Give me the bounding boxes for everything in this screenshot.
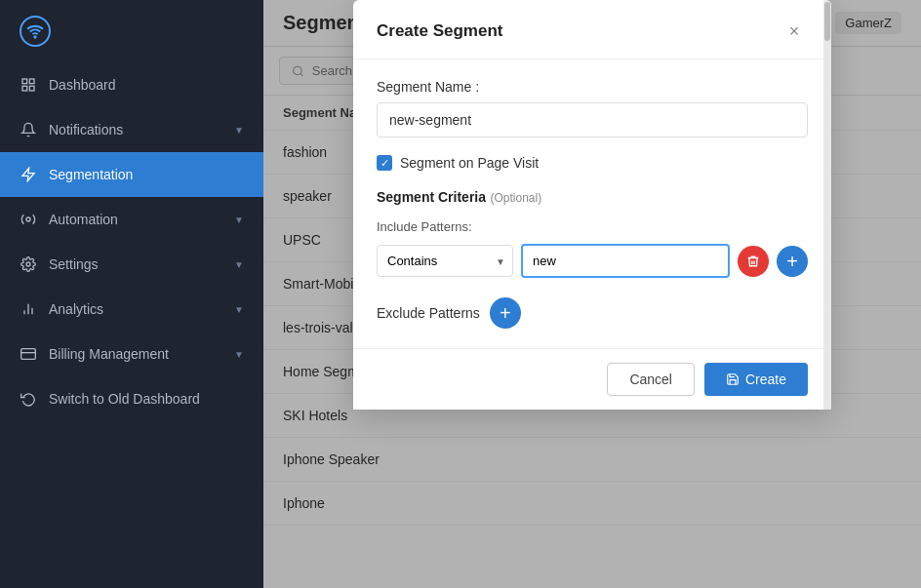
sidebar-item-switch[interactable]: Switch to Old Dashboard	[0, 376, 263, 421]
segment-name-input[interactable]	[377, 102, 808, 137]
cancel-button[interactable]: Cancel	[607, 363, 695, 396]
scroll-thumb	[824, 2, 830, 41]
segment-name-group: Segment Name :	[377, 79, 808, 137]
include-patterns-label: Include Patterns:	[377, 219, 808, 234]
segment-criteria-group: Segment Criteria (Optional) Include Patt…	[377, 188, 808, 278]
sidebar-item-label: Billing Management	[49, 346, 222, 362]
add-exclude-button[interactable]: +	[490, 297, 521, 329]
plus-icon: +	[786, 252, 798, 271]
svg-rect-3	[22, 86, 27, 91]
automation-icon	[20, 211, 37, 228]
bell-icon	[20, 121, 37, 138]
sidebar-item-label: Switch to Old Dashboard	[49, 391, 244, 407]
plus-icon: +	[500, 303, 511, 323]
wifi-icon	[20, 16, 51, 47]
chevron-down-icon: ▼	[234, 259, 244, 270]
svg-rect-11	[21, 349, 36, 360]
create-segment-modal: Create Segment × Segment Name : Segment …	[353, 0, 831, 410]
main-content: Segmentation Current Site: GamerZ Segmen…	[263, 0, 921, 588]
add-pattern-button[interactable]: +	[777, 246, 808, 277]
exclude-patterns-label: Exclude Patterns	[377, 305, 480, 321]
svg-rect-1	[22, 79, 27, 84]
sidebar-item-notifications[interactable]: Notifications ▼	[0, 107, 263, 152]
create-button[interactable]: Create	[704, 363, 808, 396]
chevron-down-icon: ▼	[234, 215, 244, 225]
sidebar-item-label: Notifications	[49, 122, 222, 137]
criteria-optional: (Optional)	[491, 191, 542, 205]
modal-footer: Cancel Create	[353, 348, 831, 410]
sidebar-item-settings[interactable]: Settings ▼	[0, 242, 263, 287]
sidebar-item-label: Analytics	[49, 301, 222, 317]
svg-point-0	[34, 36, 36, 38]
sidebar-item-label: Settings	[49, 256, 222, 272]
page-visit-checkbox[interactable]	[377, 155, 392, 171]
contains-select-wrap: Contains Does not contain Starts with En…	[377, 245, 513, 277]
sidebar-logo	[0, 0, 263, 62]
pattern-input[interactable]	[521, 244, 730, 278]
sidebar: Dashboard Notifications ▼ Segmentation	[0, 0, 263, 588]
modal-header: Create Segment ×	[353, 0, 831, 59]
contains-select[interactable]: Contains Does not contain Starts with En…	[377, 245, 513, 277]
svg-point-7	[26, 262, 30, 266]
refresh-icon	[20, 390, 37, 408]
exclude-patterns-row: Exclude Patterns +	[377, 297, 808, 329]
chevron-down-icon: ▼	[234, 125, 244, 136]
svg-rect-2	[29, 79, 34, 84]
sidebar-item-label: Automation	[49, 212, 222, 227]
sidebar-item-label: Segmentation	[49, 167, 244, 182]
scroll-track[interactable]	[823, 0, 831, 410]
chevron-down-icon: ▼	[234, 304, 244, 315]
trash-icon	[746, 255, 760, 268]
sidebar-item-analytics[interactable]: Analytics ▼	[0, 287, 263, 332]
grid-icon	[20, 76, 37, 94]
segment-name-label: Segment Name :	[377, 79, 808, 95]
gear-icon	[20, 255, 37, 273]
sidebar-item-automation[interactable]: Automation ▼	[0, 197, 263, 242]
page-visit-checkbox-row: Segment on Page Visit	[377, 155, 808, 171]
checkbox-label: Segment on Page Visit	[400, 155, 539, 171]
close-button[interactable]: ×	[781, 18, 808, 45]
target-icon	[20, 166, 37, 183]
sidebar-item-dashboard[interactable]: Dashboard	[0, 62, 263, 107]
sidebar-item-billing[interactable]: Billing Management ▼	[0, 332, 263, 376]
delete-pattern-button[interactable]	[738, 246, 769, 277]
sidebar-item-segmentation[interactable]: Segmentation	[0, 152, 263, 197]
save-icon	[726, 372, 740, 386]
include-patterns-row: Contains Does not contain Starts with En…	[377, 244, 808, 278]
modal-body: Segment Name : Segment on Page Visit Seg…	[353, 59, 831, 348]
svg-point-6	[26, 217, 30, 221]
chart-icon	[20, 300, 37, 318]
sidebar-nav: Dashboard Notifications ▼ Segmentation	[0, 62, 263, 588]
svg-marker-5	[22, 168, 34, 180]
modal-overlay: Create Segment × Segment Name : Segment …	[263, 0, 921, 588]
svg-rect-4	[29, 86, 34, 91]
criteria-title: Segment Criteria	[377, 189, 486, 205]
credit-card-icon	[20, 345, 37, 363]
sidebar-item-label: Dashboard	[49, 77, 244, 93]
create-button-label: Create	[745, 372, 786, 387]
chevron-down-icon: ▼	[234, 349, 244, 360]
modal-title: Create Segment	[377, 21, 502, 41]
